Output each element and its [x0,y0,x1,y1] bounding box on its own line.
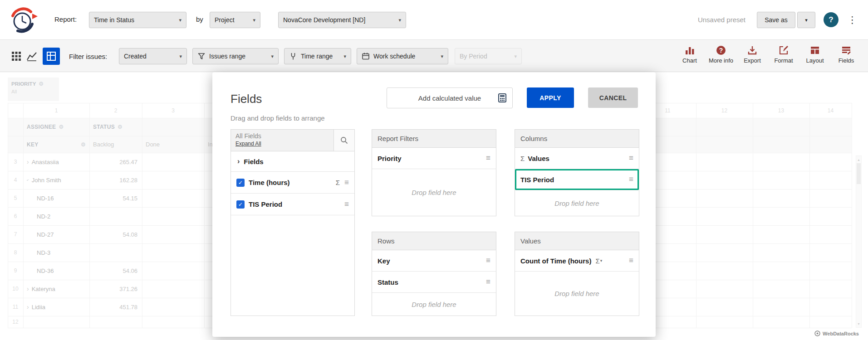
time-range-icon [289,52,297,60]
fields-dialog: Fields Drag and drop fields to arrange A… [212,72,656,337]
drag-handle-icon[interactable]: ≡ [344,178,349,187]
cancel-button[interactable]: CANCEL [588,87,638,108]
pivot-view-button-active[interactable] [43,48,60,65]
search-button[interactable] [333,130,354,151]
field-item-time-hours[interactable]: ✓ Time (hours) Σ ≡ [231,172,354,194]
aggregation-sigma-icon[interactable]: Σ [595,257,599,265]
chevron-down-icon: ▾ [436,53,443,59]
checkbox-checked-icon[interactable]: ✓ [236,179,245,187]
app-header: Report: Time in Status ▾ by Project ▾ No… [0,0,868,40]
chevron-down-icon: ▾ [174,17,181,23]
field-item-tis-period[interactable]: ✓ TIS Period ≡ [231,194,354,215]
calculator-icon [498,93,506,102]
sigma-icon: Σ [520,155,525,162]
drag-handle-icon[interactable]: ≡ [486,154,490,163]
svg-text:?: ? [719,47,723,54]
search-icon [340,136,348,144]
field-label: Count of Time (hours) [520,257,591,265]
checkbox-checked-icon[interactable]: ✓ [236,200,245,209]
fields-button[interactable]: Fields [834,45,859,64]
save-as-label: Save as [765,16,788,24]
work-schedule-button[interactable]: Work schedule ▾ [357,48,448,64]
zone-field-key[interactable]: Key ≡ [372,250,496,272]
drag-handle-icon[interactable]: ≡ [344,200,349,209]
zone-field-values[interactable]: Σ Values ≡ [515,148,639,169]
columns-panel: Columns Σ Values ≡ TIS Period ≡ Drop fie… [515,129,639,216]
issues-range-label: Issues range [209,53,245,60]
drop-zone[interactable]: Drop field here [515,272,639,316]
chart-view-icon[interactable] [26,51,37,61]
all-fields-title: All Fields [235,132,329,140]
add-calculated-value-button[interactable]: Add calculated value [387,87,513,108]
drag-handle-icon[interactable]: ≡ [486,277,490,287]
zone-field-priority[interactable]: Priority ≡ [372,148,496,169]
info-icon: ? [716,45,726,56]
pivot-grid-icon [46,51,56,61]
field-label: TIS Period [249,200,282,208]
zone-field-status[interactable]: Status ≡ [372,272,496,293]
save-as-dropdown-button[interactable]: ▾ [797,12,815,28]
project-select[interactable]: NovaCore Development [ND] ▾ [278,12,406,28]
report-filters-panel: Report Filters Priority ≡ Drop field her… [372,129,496,216]
by-period-button-disabled: By Period ▾ [455,48,522,64]
format-icon [778,45,789,56]
rows-title: Rows [372,232,496,250]
drop-zone[interactable]: Drop field here [372,293,496,316]
bar-chart-icon [684,45,695,56]
drag-handle-icon[interactable]: ≡ [629,256,633,265]
zone-field-tis-period-highlighted[interactable]: TIS Period ≡ [515,169,639,190]
preset-status: Unsaved preset [677,16,745,24]
values-panel: Values Count of Time (hours) Σ ▾ ≡ Drop … [515,232,639,316]
drag-handle-icon[interactable]: ≡ [629,175,633,184]
group-by-select[interactable]: Project ▾ [210,12,260,28]
fields-tree-label: Fields [244,158,263,165]
expand-all-link[interactable]: Expand All [235,141,329,147]
format-button[interactable]: Format [771,45,796,64]
time-range-button[interactable]: Time range ▾ [284,48,351,64]
grid-view-icon[interactable] [11,51,21,61]
drop-zone[interactable]: Drop field here [372,169,496,216]
more-info-button-label: More info [709,57,733,64]
filter-issues-label: Filter issues: [69,53,107,60]
question-mark-icon: ? [829,15,833,24]
webdatarocks-icon [814,330,820,336]
zone-field-count-of-time-hours[interactable]: Count of Time (hours) Σ ▾ ≡ [515,250,639,272]
columns-title: Columns [515,130,639,148]
fields-button-label: Fields [839,57,854,64]
dialog-title: Fields [230,92,262,106]
export-button[interactable]: Export [740,45,765,64]
created-filter-select[interactable]: Created ▾ [119,48,187,64]
issues-range-button[interactable]: Issues range ▾ [192,48,279,64]
sigma-icon[interactable]: Σ [336,179,340,186]
apply-button[interactable]: APPLY [527,87,574,108]
drag-handle-icon[interactable]: ≡ [629,154,633,163]
more-info-button[interactable]: ? More info [708,45,734,64]
chart-button-label: Chart [682,57,697,64]
chevron-down-icon: ▾ [510,53,517,59]
rows-panel: Rows Key ≡ Status ≡ Drop field here [372,232,496,316]
time-range-label: Time range [301,53,333,60]
drag-handle-icon[interactable]: ≡ [486,256,490,265]
chart-button[interactable]: Chart [677,45,702,64]
report-filters-title: Report Filters [372,130,496,148]
report-type-value: Time in Status [94,16,134,24]
calendar-icon [362,52,370,60]
layout-button[interactable]: Layout [802,45,828,64]
funnel-icon [197,52,206,60]
webdatarocks-attribution[interactable]: WebDataRocks [814,330,859,336]
group-by-value: Project [215,16,235,24]
by-period-label: By Period [460,53,487,60]
chevron-down-icon: ▾ [266,53,274,59]
help-button[interactable]: ? [824,12,839,27]
more-menu-button[interactable]: ⋮ [848,12,857,28]
report-type-select[interactable]: Time in Status ▾ [89,12,186,28]
fields-tree-node[interactable]: › Fields [231,151,354,172]
save-as-button[interactable]: Save as [757,12,795,28]
chevron-down-icon: ▾ [248,17,255,23]
chevron-right-icon: › [237,157,240,165]
dialog-subtitle: Drag and drop fields to arrange [230,114,325,122]
export-icon [747,45,758,56]
field-label: Status [378,278,398,286]
field-label: Key [378,257,390,265]
drop-zone[interactable]: Drop field here [515,190,639,216]
